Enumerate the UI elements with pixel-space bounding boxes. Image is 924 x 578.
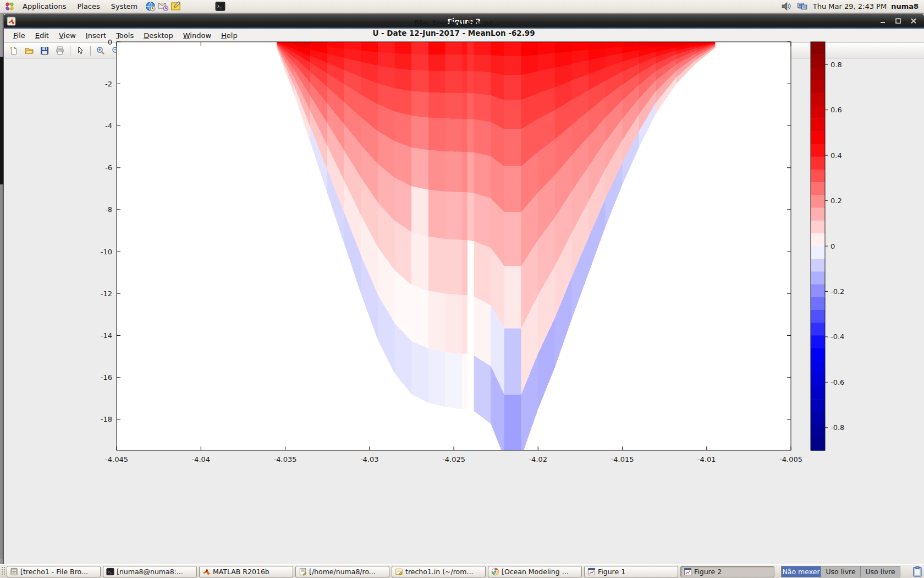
svg-text:-16: -16 [101,373,112,381]
taskbar-item-label: Figure 1 [598,568,625,576]
svg-text:-6: -6 [105,163,112,172]
svg-text:-0.2: -0.2 [831,287,844,296]
svg-text:0: 0 [831,242,835,250]
svg-text:0.8: 0.8 [831,61,842,69]
svg-text:-4.005: -4.005 [779,455,802,464]
svg-text:-12: -12 [101,290,112,298]
svg-text:-4.04: -4.04 [191,455,210,464]
taskbar-item-figure-1[interactable]: Figure 1 [584,566,678,577]
minimize-button[interactable] [879,17,887,25]
figure-icon [587,568,596,576]
close-button[interactable] [910,17,917,25]
taskbar-item-label: trecho1.in (~/rom... [405,568,473,576]
svg-text:-14: -14 [101,331,112,340]
workspace-1[interactable]: Não mexer [782,566,821,577]
svg-text:-0.8: -0.8 [831,423,844,432]
taskbar-item-ocean-modeling[interactable]: [Ocean Modeling ... [488,566,582,577]
taskbar-item-numa8-numa8[interactable]: [numa8@numa8:... [103,566,197,577]
matlab-icon [202,568,211,576]
taskbar-item-label: [/home/numa8/ro... [309,568,376,576]
chrome-icon [491,568,499,576]
svg-text:-18: -18 [101,415,112,423]
taskbar-item-figure-2[interactable]: Figure 2 [680,566,774,577]
taskbar-item-label: Figure 2 [694,568,722,576]
taskbar-item-label: [numa8@numa8:... [117,568,183,576]
taskbar-item-trecho1-file-bro[interactable]: [trecho1 - File Bro... [7,566,101,577]
file-manager-icon [10,568,18,576]
plot-area[interactable]: file: trecho1_his.ncU - Date 12-Jun-2017… [1,2,924,510]
workspace-3[interactable]: Uso livre [861,566,900,577]
figure-icon [684,568,692,576]
svg-text:0.4: 0.4 [831,151,842,160]
taskbar: [trecho1 - File Bro...[numa8@numa8:...MA… [0,564,924,578]
svg-text:-0.6: -0.6 [831,378,844,386]
svg-text:0.6: 0.6 [831,106,842,114]
text-editor-icon [299,568,307,576]
svg-text:0: 0 [108,38,112,46]
svg-text:-8: -8 [105,205,112,214]
svg-text:file: trecho1_his.nc: file: trecho1_his.nc [414,19,493,28]
taskbar-item-matlab-r2016b[interactable]: MATLAB R2016b [199,566,293,577]
workspace-switcher: Não mexerUso livreUso livre [781,566,900,577]
taskbar-item-label: MATLAB R2016b [213,568,270,576]
svg-text:-4.025: -4.025 [442,455,465,464]
svg-text:-4: -4 [105,122,112,130]
notes-icon [395,568,403,576]
workspace-2[interactable]: Uso livre [821,566,861,577]
figure-canvas: file: trecho1_his.ncU - Date 12-Jun-2017… [4,58,924,565]
svg-text:U - Date 12-Jun-2017 - MeanLon: U - Date 12-Jun-2017 - MeanLon -62.99 [372,29,535,37]
taskbar-item-label: [trecho1 - File Bro... [20,568,88,576]
terminal-icon [106,568,114,576]
svg-text:-4.01: -4.01 [697,455,716,464]
svg-text:-10: -10 [101,248,112,256]
figure-window: Figure 2 FileEditViewInsertToolsDesktopW… [3,14,924,565]
clipboard-icon[interactable] [912,566,923,577]
svg-text:-4.02: -4.02 [529,455,547,464]
taskbar-drag-handle[interactable] [1,566,6,576]
maximize-button[interactable] [894,17,902,25]
svg-text:-4.035: -4.035 [274,455,297,464]
taskbar-item-home-numa8-ro[interactable]: [/home/numa8/ro... [295,566,389,577]
desktop: Applications Places System Thu Mar 29, 2… [0,0,924,578]
taskbar-item-trecho1-in-rom[interactable]: trecho1.in (~/rom... [392,566,486,577]
taskbar-item-label: [Ocean Modeling ... [502,568,569,576]
svg-text:-4.03: -4.03 [360,455,379,464]
svg-text:-4.015: -4.015 [611,455,634,464]
svg-text:-4.045: -4.045 [105,455,128,464]
svg-text:0.2: 0.2 [831,197,842,205]
svg-text:-2: -2 [105,80,112,88]
svg-text:-0.4: -0.4 [831,332,844,341]
